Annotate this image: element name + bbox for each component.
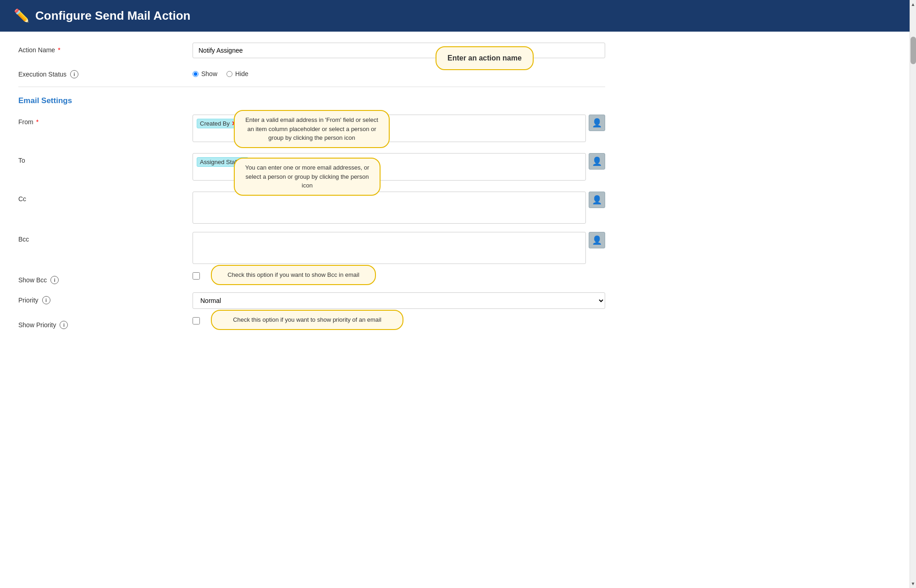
- from-person-button[interactable]: 👤: [589, 115, 605, 131]
- priority-row: Priority i Normal High Low: [18, 292, 605, 309]
- show-bcc-label: Show Bcc i: [18, 272, 193, 284]
- show-priority-checkbox[interactable]: [193, 317, 200, 324]
- priority-select[interactable]: Normal High Low: [193, 292, 605, 309]
- priority-field-wrap: Normal High Low: [193, 292, 605, 309]
- from-tag-remove[interactable]: ✕: [232, 120, 237, 127]
- hide-radio[interactable]: [226, 71, 232, 77]
- show-priority-tooltip: Check this option if you want to show pr…: [211, 310, 403, 330]
- scrollbar-thumb[interactable]: [910, 37, 916, 64]
- priority-label: Priority i: [18, 292, 193, 304]
- email-settings-title: Email Settings: [18, 96, 605, 105]
- from-email-wrap: Created By ✕ 👤: [193, 115, 605, 142]
- show-priority-field-wrap: Check this option if you want to show pr…: [193, 317, 605, 326]
- show-radio[interactable]: [193, 71, 199, 77]
- section-divider: [18, 87, 605, 87]
- bcc-email-wrap: 👤: [193, 232, 605, 264]
- action-name-field-wrap: Enter an action name: [193, 43, 605, 58]
- cc-person-button[interactable]: 👤: [589, 192, 605, 208]
- execution-status-label: Execution Status i: [18, 66, 193, 78]
- scroll-up-arrow[interactable]: ▲: [911, 2, 916, 7]
- from-input-box[interactable]: Created By ✕: [193, 115, 586, 142]
- from-row: From * Created By ✕ 👤 Enter a valid emai…: [18, 115, 605, 142]
- cc-email-wrap: 👤: [193, 192, 605, 224]
- page-header: ✏️ Configure Send Mail Action: [0, 0, 916, 32]
- bcc-input-box[interactable]: [193, 232, 586, 264]
- from-person-icon: 👤: [592, 118, 602, 128]
- show-bcc-row: Show Bcc i Check this option if you want…: [18, 272, 605, 284]
- cc-field-wrap: 👤: [193, 192, 605, 224]
- bcc-person-icon: 👤: [592, 235, 602, 245]
- show-bcc-info-icon: i: [50, 276, 59, 284]
- cc-person-icon: 👤: [592, 195, 602, 205]
- from-required: *: [36, 118, 39, 126]
- to-tag-assigned-staff: Assigned Staff ✕: [197, 157, 248, 167]
- to-email-wrap: Assigned Staff ✕ 👤: [193, 153, 605, 181]
- to-label: To: [18, 153, 193, 164]
- action-name-row: Action Name * Enter an action name: [18, 43, 605, 58]
- show-bcc-field-wrap: Check this option if you want to show Bc…: [193, 272, 605, 281]
- edit-icon: ✏️: [14, 8, 30, 23]
- show-bcc-tooltip: Check this option if you want to show Bc…: [211, 265, 376, 285]
- show-priority-label: Show Priority i: [18, 317, 193, 329]
- cc-row: Cc 👤: [18, 192, 605, 224]
- main-content: Action Name * Enter an action name Execu…: [0, 32, 624, 348]
- page-title: Configure Send Mail Action: [35, 9, 190, 23]
- execution-status-row: Execution Status i Show Hide: [18, 66, 605, 78]
- bcc-field-wrap: 👤: [193, 232, 605, 264]
- action-name-input[interactable]: [193, 43, 605, 58]
- to-tag-remove[interactable]: ✕: [240, 159, 245, 165]
- scrollbar[interactable]: ▲ ▼: [910, 0, 916, 348]
- show-priority-info-icon: i: [60, 321, 68, 329]
- from-field-wrap: Created By ✕ 👤 Enter a valid email addre…: [193, 115, 605, 142]
- execution-status-options: Show Hide: [193, 66, 605, 77]
- bcc-row: Bcc 👤: [18, 232, 605, 264]
- hide-radio-label[interactable]: Hide: [226, 70, 248, 77]
- bcc-label: Bcc: [18, 232, 193, 243]
- to-person-icon: 👤: [592, 156, 602, 166]
- action-name-required: *: [58, 46, 60, 54]
- from-label: From *: [18, 115, 193, 126]
- priority-info-icon: i: [42, 296, 50, 304]
- to-input-box[interactable]: Assigned Staff ✕: [193, 153, 586, 181]
- to-field-wrap: Assigned Staff ✕ 👤 You can enter one or …: [193, 153, 605, 181]
- cc-input-box[interactable]: [193, 192, 586, 224]
- to-row: To Assigned Staff ✕ 👤 You can enter one …: [18, 153, 605, 181]
- execution-status-info-icon: i: [70, 70, 78, 78]
- action-name-label: Action Name *: [18, 43, 193, 54]
- show-radio-label[interactable]: Show: [193, 70, 217, 77]
- to-person-button[interactable]: 👤: [589, 153, 605, 170]
- from-tag-created-by: Created By ✕: [197, 119, 240, 128]
- show-priority-row: Show Priority i Check this option if you…: [18, 317, 605, 329]
- cc-label: Cc: [18, 192, 193, 203]
- bcc-person-button[interactable]: 👤: [589, 232, 605, 248]
- show-bcc-checkbox[interactable]: [193, 272, 200, 280]
